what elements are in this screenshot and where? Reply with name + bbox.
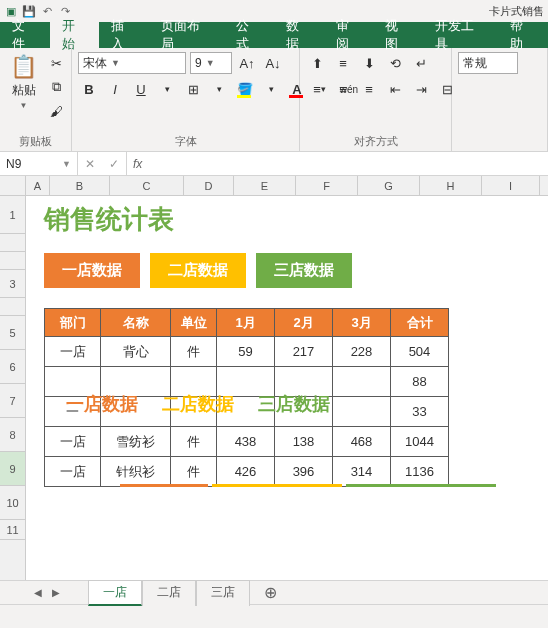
table-cell[interactable] xyxy=(171,397,217,427)
table-cell[interactable]: 314 xyxy=(333,457,391,487)
font-name-dropdown[interactable]: 宋体▼ xyxy=(78,52,186,74)
table-cell[interactable] xyxy=(217,367,275,397)
sheet-tab[interactable]: 一店 xyxy=(88,580,142,606)
table-cell[interactable]: 438 xyxy=(217,427,275,457)
sheet-nav-prev-icon[interactable]: ◀ xyxy=(30,587,46,598)
table-cell[interactable] xyxy=(171,367,217,397)
increase-font-icon[interactable]: A↑ xyxy=(236,52,258,74)
row-header[interactable]: 5 xyxy=(0,316,25,350)
table-cell[interactable]: 426 xyxy=(217,457,275,487)
align-left-icon[interactable]: ≡ xyxy=(306,78,328,100)
ribbon-tab[interactable]: 文件 xyxy=(0,22,50,48)
sheet-tab[interactable]: 二店 xyxy=(142,580,196,606)
ribbon-tab[interactable]: 插入 xyxy=(99,22,149,48)
cut-icon[interactable]: ✂ xyxy=(45,52,67,74)
ribbon-tab[interactable]: 页面布局 xyxy=(149,22,224,48)
row-header[interactable] xyxy=(0,298,25,316)
column-header[interactable]: D xyxy=(184,176,234,195)
number-format-dropdown[interactable]: 常规 xyxy=(458,52,518,74)
column-header[interactable]: E xyxy=(234,176,296,195)
sheet-nav-next-icon[interactable]: ▶ xyxy=(48,587,64,598)
row-header[interactable]: 7 xyxy=(0,384,25,418)
table-cell[interactable]: 件 xyxy=(171,427,217,457)
table-cell[interactable]: 一店 xyxy=(45,457,101,487)
table-cell[interactable] xyxy=(101,397,171,427)
table-cell[interactable] xyxy=(333,397,391,427)
column-header[interactable]: C xyxy=(110,176,184,195)
align-bottom-icon[interactable]: ⬇ xyxy=(358,52,380,74)
align-right-icon[interactable]: ≡ xyxy=(358,78,380,100)
row-header[interactable]: 8 xyxy=(0,418,25,452)
format-painter-icon[interactable]: 🖌 xyxy=(45,100,67,122)
fx-icon[interactable]: fx xyxy=(127,152,148,175)
table-cell[interactable]: 59 xyxy=(217,337,275,367)
align-center-icon[interactable]: ≡ xyxy=(332,78,354,100)
table-cell[interactable]: 1044 xyxy=(391,427,449,457)
table-cell[interactable]: 雪纺衫 xyxy=(101,427,171,457)
table-cell[interactable] xyxy=(275,367,333,397)
row-header[interactable] xyxy=(0,176,25,196)
ribbon-tab[interactable]: 开始 xyxy=(50,22,100,48)
table-cell[interactable]: 217 xyxy=(275,337,333,367)
align-top-icon[interactable]: ⬆ xyxy=(306,52,328,74)
fill-color-button[interactable]: 🪣 xyxy=(234,78,256,100)
row-header[interactable]: 11 xyxy=(0,520,25,540)
ribbon-tab[interactable]: 帮助 xyxy=(498,22,548,48)
save-icon[interactable]: 💾 xyxy=(22,4,36,18)
table-cell[interactable] xyxy=(217,397,275,427)
column-header[interactable]: G xyxy=(358,176,420,195)
table-cell[interactable]: 背心 xyxy=(101,337,171,367)
orientation-icon[interactable]: ⟲ xyxy=(384,52,406,74)
table-cell[interactable]: 件 xyxy=(171,457,217,487)
row-header[interactable] xyxy=(0,234,25,252)
card-tab-1[interactable]: 一店数据 xyxy=(44,253,140,288)
column-header[interactable]: H xyxy=(420,176,482,195)
table-cell[interactable] xyxy=(45,367,101,397)
font-color-button[interactable]: A xyxy=(286,78,308,100)
row-header[interactable]: 10 xyxy=(0,486,25,520)
formula-input[interactable] xyxy=(148,152,548,175)
ribbon-tab[interactable]: 审阅 xyxy=(324,22,374,48)
enter-formula-icon[interactable]: ✓ xyxy=(102,157,126,171)
redo-icon[interactable]: ↷ xyxy=(58,4,72,18)
table-cell[interactable]: 一店 xyxy=(45,427,101,457)
table-cell[interactable] xyxy=(333,367,391,397)
border-button[interactable]: ⊞ xyxy=(182,78,204,100)
ribbon-tab[interactable]: 数据 xyxy=(274,22,324,48)
table-cell[interactable] xyxy=(275,397,333,427)
row-header[interactable]: 9 xyxy=(0,452,25,486)
column-header[interactable]: F xyxy=(296,176,358,195)
cancel-formula-icon[interactable]: ✕ xyxy=(78,157,102,171)
ribbon-tab[interactable]: 视图 xyxy=(373,22,423,48)
paste-button[interactable]: 📋 粘贴 ▼ xyxy=(6,52,41,112)
table-cell[interactable]: 228 xyxy=(333,337,391,367)
align-middle-icon[interactable]: ≡ xyxy=(332,52,354,74)
font-size-dropdown[interactable]: 9▼ xyxy=(190,52,232,74)
add-sheet-button[interactable]: ⊕ xyxy=(258,583,282,603)
ribbon-tab[interactable]: 开发工具 xyxy=(423,22,498,48)
spreadsheet-grid[interactable]: 13567891011 ABCDEFGHI 销售统计表 一店数据 二店数据 三店… xyxy=(0,176,548,580)
table-cell[interactable]: 504 xyxy=(391,337,449,367)
table-cell[interactable]: 针织衫 xyxy=(101,457,171,487)
decrease-font-icon[interactable]: A↓ xyxy=(262,52,284,74)
table-cell[interactable]: 33 xyxy=(391,397,449,427)
name-box[interactable]: N9▼ xyxy=(0,152,78,175)
table-cell[interactable]: 88 xyxy=(391,367,449,397)
table-cell[interactable]: 件 xyxy=(171,337,217,367)
column-header[interactable]: I xyxy=(482,176,540,195)
sheet-tab[interactable]: 三店 xyxy=(196,580,250,606)
row-header[interactable]: 3 xyxy=(0,270,25,298)
table-cell[interactable]: 1136 xyxy=(391,457,449,487)
table-cell[interactable]: 138 xyxy=(275,427,333,457)
row-header[interactable]: 1 xyxy=(0,196,25,234)
card-tab-2[interactable]: 二店数据 xyxy=(150,253,246,288)
ribbon-tab[interactable]: 公式 xyxy=(224,22,274,48)
table-cell[interactable]: 一店 xyxy=(45,337,101,367)
table-cell[interactable]: 一 xyxy=(45,397,101,427)
column-header[interactable]: B xyxy=(50,176,110,195)
copy-icon[interactable]: ⧉ xyxy=(45,76,67,98)
undo-icon[interactable]: ↶ xyxy=(40,4,54,18)
card-tab-3[interactable]: 三店数据 xyxy=(256,253,352,288)
column-header[interactable]: A xyxy=(26,176,50,195)
bold-button[interactable]: B xyxy=(78,78,100,100)
